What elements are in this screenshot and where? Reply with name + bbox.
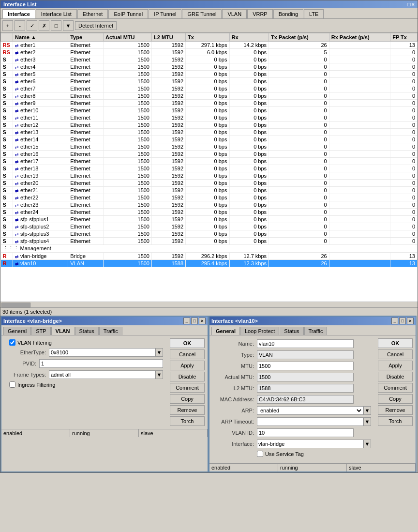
table-row[interactable]: S ⇄ ether14 Ethernet 1500 1592 0 bps 0 b… [1,136,418,143]
disable-button[interactable]: ✗ [39,20,49,31]
tab-ip-tunnel[interactable]: IP Tunnel [149,9,181,18]
table-row[interactable]: S ⇄ ether4 Ethernet 1500 1592 0 bps 0 bp… [1,63,418,71]
ether-type-dropdown[interactable]: ▼ [155,348,163,357]
vlan-bridge-apply-button[interactable]: Apply [170,361,205,370]
dialog-vlan10-minimize[interactable]: _ [391,318,398,324]
use-service-tag-checkbox[interactable] [257,451,263,457]
ether-type-input[interactable] [49,348,155,357]
vlan-bridge-ok-button[interactable]: OK [170,338,205,348]
table-row[interactable]: S ⇄ sfp-sfpplus1 Ethernet 1500 1592 0 bp… [1,216,418,223]
table-row[interactable]: S ⇄ ether19 Ethernet 1500 1592 0 bps 0 b… [1,172,418,180]
table-row[interactable]: S ⇄ sfp-sfpplus3 Ethernet 1500 1592 0 bp… [1,230,418,238]
tab-vlan[interactable]: VLAN [222,9,247,18]
dialog-vlan10-close[interactable]: × [407,318,414,324]
frame-types-dropdown[interactable]: ▼ [155,370,163,379]
table-row[interactable]: R ⇄ vlan-bridge Bridge 1500 1592 296.2 k… [1,253,418,260]
table-row[interactable]: S ⇄ ether3 Ethernet 1500 1592 0 bps 0 bp… [1,56,418,63]
table-row[interactable]: S ⇄ ether13 Ethernet 1500 1592 0 bps 0 b… [1,129,418,136]
table-row[interactable]: S ⇄ ether8 Ethernet 1500 1592 0 bps 0 bp… [1,92,418,100]
vlan-bridge-comment-button[interactable]: Comment [170,383,205,393]
vlan10-cancel-button[interactable]: Cancel [378,350,413,359]
tab-eoip-tunnel[interactable]: EoIP Tunnel [108,9,148,18]
table-row[interactable]: S ⇄ ether9 Ethernet 1500 1592 0 bps 0 bp… [1,100,418,107]
tab-interface-list[interactable]: Interface List [36,9,77,18]
arp-select[interactable]: enabled disabled proxy-arp reply-only [257,406,363,415]
dialog-vlan10-tab-status[interactable]: Status [280,327,303,335]
tab-vrrp[interactable]: VRRP [247,9,273,18]
col-type[interactable]: Type [68,33,104,42]
dialog-vlan10-tab-general[interactable]: General [211,327,240,335]
dialog-vlan10-tab-traffic[interactable]: Traffic [304,327,328,335]
tab-ethernet[interactable]: Ethernet [77,9,108,18]
dialog-vlan-bridge-close[interactable]: × [199,318,206,324]
detect-internet-button[interactable]: Detect Internet [75,21,117,30]
name-input[interactable] [257,339,354,348]
vlan-bridge-remove-button[interactable]: Remove [170,405,205,415]
col-rx[interactable]: Rx [229,33,269,42]
vlan-id-input[interactable] [257,428,354,437]
pvid-input[interactable] [39,359,163,368]
frame-types-input[interactable] [49,370,155,379]
vlan-bridge-disable-button[interactable]: Disable [170,372,205,381]
table-row[interactable]: S ⇄ ether20 Ethernet 1500 1592 0 bps 0 b… [1,180,418,187]
vlan-bridge-torch-button[interactable]: Torch [170,416,205,426]
table-row[interactable]: ⋮⋮⋮ Management [1,245,418,253]
filter-button[interactable]: ▼ [63,20,74,31]
table-row[interactable]: S ⇄ sfp-sfpplus2 Ethernet 1500 1592 0 bp… [1,223,418,230]
table-row[interactable]: S ⇄ ether23 Ethernet 1500 1592 0 bps 0 b… [1,201,418,209]
table-row[interactable]: R ⇄ vlan10 VLAN 1500 1588 295.4 kbps 12.… [1,260,418,267]
dialog-vlan-bridge-tab-vlan[interactable]: VLAN [51,327,75,335]
table-row[interactable]: S ⇄ ether16 Ethernet 1500 1592 0 bps 0 b… [1,151,418,158]
arp-timeout-dropdown[interactable]: ▼ [363,417,371,426]
table-row[interactable]: S ⇄ ether17 Ethernet 1500 1592 0 bps 0 b… [1,158,418,165]
table-row[interactable]: S ⇄ ether18 Ethernet 1500 1592 0 bps 0 b… [1,165,418,172]
col-actual-mtu[interactable]: Actual MTU [104,33,152,42]
remove-button[interactable]: - [15,20,25,31]
col-tx-pps[interactable]: Tx Packet (p/s) [269,33,329,42]
dialog-vlan-bridge-tab-status[interactable]: Status [75,327,99,335]
table-row[interactable]: S ⇄ ether12 Ethernet 1500 1592 0 bps 0 b… [1,122,418,129]
interface-dropdown[interactable]: ▼ [363,440,371,448]
vlan10-ok-button[interactable]: OK [378,338,413,348]
enable-button[interactable]: ✓ [27,20,37,31]
tab-interface[interactable]: Interface [2,9,35,18]
add-button[interactable]: + [2,20,13,31]
table-row[interactable]: S ⇄ ether11 Ethernet 1500 1592 0 bps 0 b… [1,114,418,122]
vlan10-disable-button[interactable]: Disable [378,372,413,381]
minimize-button[interactable]: _ [403,1,406,7]
col-l2-mtu[interactable]: L2 MTU [152,33,186,42]
vlan10-remove-button[interactable]: Remove [378,405,413,415]
tab-lte[interactable]: LTE [304,9,324,18]
mtu-input[interactable] [257,362,354,370]
vlan10-apply-button[interactable]: Apply [378,361,413,370]
ingress-filtering-checkbox[interactable] [9,381,15,388]
table-row[interactable]: S ⇄ ether24 Ethernet 1500 1592 0 bps 0 b… [1,209,418,216]
dialog-vlan-bridge-tab-general[interactable]: General [3,327,31,335]
col-rx-pps[interactable]: Rx Packet (p/s) [329,33,390,42]
table-row[interactable]: S ⇄ ether21 Ethernet 1500 1592 0 bps 0 b… [1,187,418,194]
vlan-bridge-copy-button[interactable]: Copy [170,394,205,404]
table-row[interactable]: S ⇄ ether22 Ethernet 1500 1592 0 bps 0 b… [1,194,418,201]
dialog-vlan10-maximize[interactable]: □ [399,318,406,324]
vlan10-torch-button[interactable]: Torch [378,416,413,426]
table-row[interactable]: S ⇄ ether10 Ethernet 1500 1592 0 bps 0 b… [1,107,418,114]
arp-timeout-input[interactable] [257,417,363,426]
maximize-button[interactable]: □ [407,1,411,7]
vlan10-comment-button[interactable]: Comment [378,383,413,393]
vlan-filtering-checkbox[interactable] [9,339,15,346]
vlan10-copy-button[interactable]: Copy [378,394,413,404]
table-row[interactable]: S ⇄ ether15 Ethernet 1500 1592 0 bps 0 b… [1,143,418,151]
dialog-vlan-bridge-maximize[interactable]: □ [191,318,198,324]
vlan-bridge-cancel-button[interactable]: Cancel [170,350,205,359]
dialog-vlan10-tab-loop-protect[interactable]: Loop Protect [240,327,279,335]
table-row[interactable]: S ⇄ ether6 Ethernet 1500 1592 0 bps 0 bp… [1,78,418,85]
table-row[interactable]: S ⇄ ether7 Ethernet 1500 1592 0 bps 0 bp… [1,85,418,92]
table-row[interactable]: RS ⇄ ether1 Ethernet 1500 1592 297.1 kbp… [1,42,418,49]
dialog-vlan-bridge-tab-stp[interactable]: STP [31,327,50,335]
tab-bonding[interactable]: Bonding [273,9,303,18]
col-tx[interactable]: Tx [186,33,229,42]
horizontal-scrollbar[interactable] [0,302,418,307]
tab-gre-tunnel[interactable]: GRE Tunnel [182,9,222,18]
close-button[interactable]: × [412,1,415,7]
col-fp-tx[interactable]: FP Tx [390,33,418,42]
